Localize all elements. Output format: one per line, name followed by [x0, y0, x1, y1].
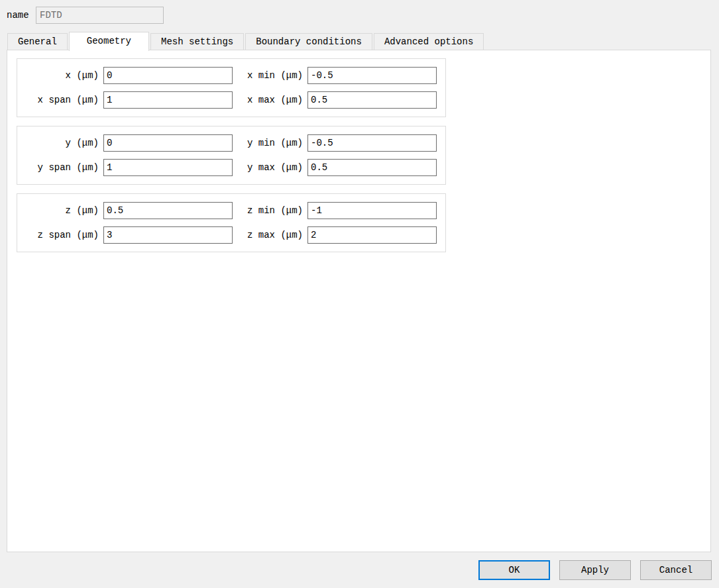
y-max-input[interactable]: [307, 159, 437, 176]
z-max-input[interactable]: [307, 226, 437, 244]
x-min-input[interactable]: [307, 67, 437, 84]
z-span-label: z span (μm): [17, 230, 99, 240]
z-input[interactable]: [103, 202, 233, 219]
tab-boundary-conditions[interactable]: Boundary conditions: [245, 33, 372, 50]
name-input[interactable]: [36, 7, 164, 24]
cancel-button[interactable]: Cancel: [640, 560, 712, 580]
y-min-label: y min (μm): [237, 138, 303, 148]
z-min-label: z min (μm): [237, 205, 303, 216]
tab-mesh-settings[interactable]: Mesh settings: [150, 33, 244, 50]
tab-general[interactable]: General: [7, 33, 68, 50]
z-geometry-group: z (μm) z min (μm) z span (μm) z max (μm): [17, 193, 446, 252]
ok-button[interactable]: OK: [478, 560, 550, 580]
x-span-label: x span (μm): [17, 95, 99, 105]
z-max-label: z max (μm): [237, 230, 303, 240]
z-span-input[interactable]: [103, 226, 233, 244]
x-max-input[interactable]: [307, 91, 437, 109]
name-field-label: name: [7, 10, 36, 21]
y-span-input[interactable]: [103, 159, 233, 176]
tab-bar: General Geometry Mesh settings Boundary …: [7, 31, 485, 50]
z-label: z (μm): [17, 205, 99, 216]
y-label: y (μm): [17, 138, 99, 148]
x-min-label: x min (μm): [237, 70, 303, 81]
y-geometry-group: y (μm) y min (μm) y span (μm) y max (μm): [17, 126, 446, 185]
tab-advanced-options[interactable]: Advanced options: [374, 33, 484, 50]
name-row: name: [7, 7, 164, 24]
x-span-input[interactable]: [103, 91, 233, 109]
x-geometry-group: x (μm) x min (μm) x span (μm) x max (μm): [17, 58, 446, 117]
tab-geometry[interactable]: Geometry: [69, 32, 149, 51]
y-min-input[interactable]: [307, 134, 437, 152]
x-max-label: x max (μm): [237, 95, 303, 105]
geometry-tab-panel: x (μm) x min (μm) x span (μm) x max (μm)…: [7, 50, 711, 552]
x-label: x (μm): [17, 70, 99, 81]
y-input[interactable]: [103, 134, 233, 152]
y-span-label: y span (μm): [17, 162, 99, 173]
z-min-input[interactable]: [307, 202, 437, 219]
y-max-label: y max (μm): [237, 162, 303, 173]
fdtd-properties-dialog: { "colors": { "window_bg": "#f0f0f0", "p…: [0, 0, 719, 588]
x-input[interactable]: [103, 67, 233, 84]
apply-button[interactable]: Apply: [559, 560, 631, 580]
